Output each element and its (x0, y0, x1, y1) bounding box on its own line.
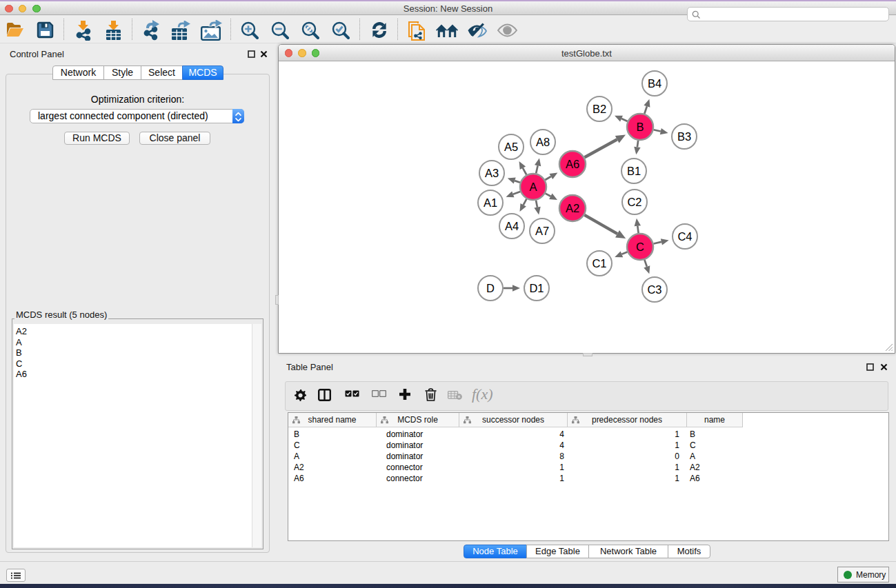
svg-text:A5: A5 (504, 141, 518, 153)
svg-text:C: C (636, 241, 644, 253)
svg-text:A4: A4 (505, 220, 519, 232)
svg-text:B3: B3 (677, 130, 691, 143)
svg-text:A3: A3 (485, 167, 499, 179)
svg-text:B4: B4 (648, 77, 661, 90)
svg-text:A2: A2 (566, 202, 579, 214)
svg-text:B: B (636, 121, 644, 133)
svg-text:D: D (486, 282, 495, 294)
svg-text:A8: A8 (536, 136, 550, 148)
svg-text:D1: D1 (529, 282, 544, 294)
svg-text:A6: A6 (566, 158, 579, 170)
svg-text:A: A (529, 181, 537, 193)
svg-text:C3: C3 (647, 283, 661, 296)
svg-text:C2: C2 (627, 196, 641, 208)
svg-text:B1: B1 (627, 165, 641, 177)
svg-text:C4: C4 (677, 230, 692, 243)
svg-text:A1: A1 (484, 196, 497, 209)
svg-text:C1: C1 (592, 257, 606, 270)
svg-text:A7: A7 (535, 225, 549, 237)
svg-text:B2: B2 (593, 103, 606, 115)
